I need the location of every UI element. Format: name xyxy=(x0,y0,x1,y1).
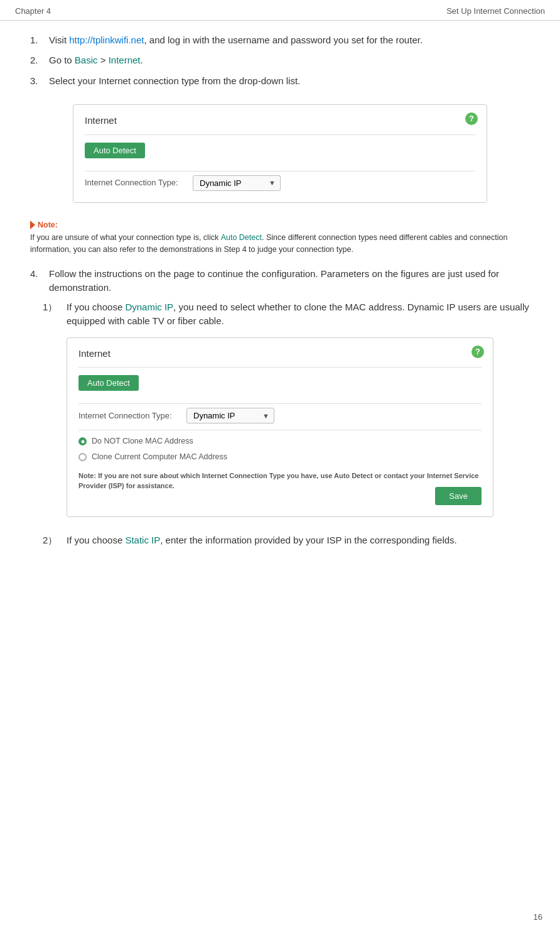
step-1-num: 1. xyxy=(30,33,44,48)
radio-filled-icon[interactable] xyxy=(78,437,87,445)
chapter-label: Chapter 4 xyxy=(15,5,51,18)
section-label: Set Up Internet Connection xyxy=(446,5,545,18)
step-3: 3. Select your Internet connection type … xyxy=(30,74,530,89)
radio-2-label: Clone Current Computer MAC Address xyxy=(92,451,227,463)
step-1-text: Visit http://tplinkwifi.net, and log in … xyxy=(49,33,423,48)
sub-step-2-num: 2） xyxy=(43,533,62,548)
note-title: Note: xyxy=(30,219,530,231)
step-4-num: 4. xyxy=(30,267,44,295)
inner-note: Note: If you are not sure about which In… xyxy=(78,471,482,506)
inner-note-text: Note: If you are not sure about which In… xyxy=(78,472,479,490)
note-label: Note: xyxy=(38,219,58,231)
step-2: 2. Go to Basic > Internet. xyxy=(30,53,530,68)
help-icon-2[interactable]: ? xyxy=(471,346,484,358)
radio-row-1: Do NOT Clone MAC Address xyxy=(78,435,482,447)
internet-box-2: Internet ? Auto Detect Internet Connecti… xyxy=(67,337,493,518)
auto-detect-button-2[interactable]: Auto Detect xyxy=(78,375,139,391)
auto-detect-note-link[interactable]: Auto Detect xyxy=(221,233,262,242)
note-flag-icon xyxy=(30,221,35,229)
step-4-text: Follow the instructions on the page to c… xyxy=(49,267,530,295)
internet-box-1-title: Internet xyxy=(85,114,475,135)
sub-step-2: 2） If you choose Static IP, enter the in… xyxy=(43,533,530,548)
radio-row-2: Clone Current Computer MAC Address xyxy=(78,451,482,463)
connection-type-label-1: Internet Connection Type: xyxy=(85,177,185,189)
select-wrapper-2: Dynamic IP Static IP PPPoE ▼ xyxy=(186,408,274,423)
help-icon-1[interactable]: ? xyxy=(465,112,478,125)
connection-type-row-2: Internet Connection Type: Dynamic IP Sta… xyxy=(78,408,482,423)
main-content: 1. Visit http://tplinkwifi.net, and log … xyxy=(0,21,560,581)
page-number: 16 xyxy=(534,911,542,924)
tplinkwifi-link[interactable]: http://tplinkwifi.net xyxy=(69,35,144,45)
sub-step-1: 1） If you choose Dynamic IP, you need to… xyxy=(43,300,530,527)
step-3-text: Select your Internet connection type fro… xyxy=(49,74,300,89)
sub-step-1-content: If you choose Dynamic IP, you need to se… xyxy=(67,300,530,527)
note-text-before: If you are unsure of what your connectio… xyxy=(30,233,221,242)
note-section: Note: If you are unsure of what your con… xyxy=(30,219,530,256)
radio-empty-icon[interactable] xyxy=(78,453,87,461)
radio-1-label: Do NOT Clone MAC Address xyxy=(92,435,193,447)
sub-step-1-num: 1） xyxy=(43,300,62,527)
save-button[interactable]: Save xyxy=(435,487,482,505)
select-wrapper-1: Dynamic IP Static IP PPPoE ▼ xyxy=(193,175,281,191)
dynamic-ip-link[interactable]: Dynamic IP xyxy=(125,302,173,312)
step-2-num: 2. xyxy=(30,53,44,68)
step-2-text: Go to Basic > Internet. xyxy=(49,53,143,68)
sub-steps-list: 1） If you choose Dynamic IP, you need to… xyxy=(30,300,530,548)
sub-step-2-content: If you choose Static IP, enter the infor… xyxy=(67,533,530,548)
basic-link[interactable]: Basic xyxy=(75,55,98,65)
steps-list: 1. Visit http://tplinkwifi.net, and log … xyxy=(30,33,530,89)
connection-type-select-1[interactable]: Dynamic IP Static IP PPPoE xyxy=(193,175,281,191)
step-4: 4. Follow the instructions on the page t… xyxy=(30,267,530,295)
static-ip-link[interactable]: Static IP xyxy=(125,535,160,545)
internet-box-1: Internet ? Auto Detect Internet Connecti… xyxy=(73,104,487,203)
connection-type-row-1: Internet Connection Type: Dynamic IP Sta… xyxy=(85,175,475,191)
step-1: 1. Visit http://tplinkwifi.net, and log … xyxy=(30,33,530,48)
connection-type-select-2[interactable]: Dynamic IP Static IP PPPoE xyxy=(186,408,274,423)
page-header: Chapter 4 Set Up Internet Connection xyxy=(0,0,560,21)
auto-detect-button-1[interactable]: Auto Detect xyxy=(85,143,145,158)
step-3-num: 3. xyxy=(30,74,44,89)
internet-box-2-title: Internet xyxy=(78,347,482,368)
internet-link[interactable]: Internet xyxy=(109,55,141,65)
connection-type-label-2: Internet Connection Type: xyxy=(78,410,179,422)
